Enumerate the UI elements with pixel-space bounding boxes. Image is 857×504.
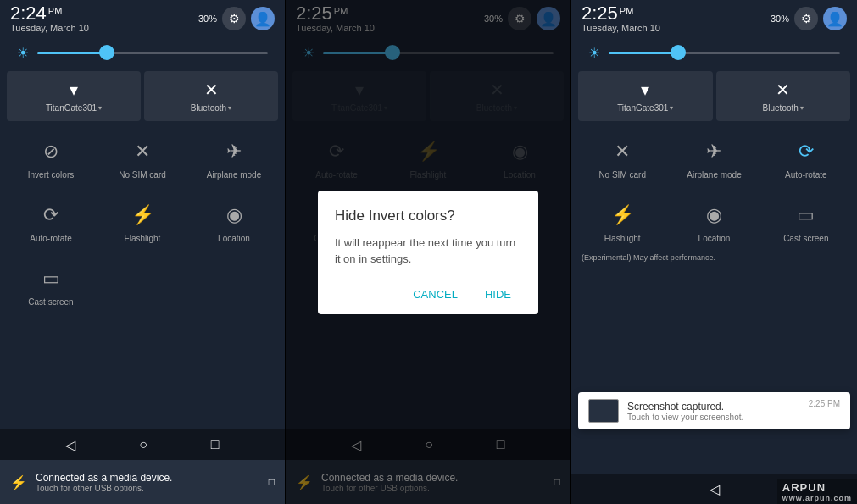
dialog-actions: CANCEL HIDE [335,281,521,307]
back-button-3[interactable]: ◁ [710,481,720,497]
bottom-nav-1: ◁ ○ □ [0,429,285,460]
dialog-overlay: Hide Invert colors? It will reappear the… [286,0,570,504]
brightness-icon-1: ☀ [17,45,29,61]
bt-label-3: Bluetooth ▾ [763,103,804,113]
airplane-icon: ✈ [219,136,249,167]
autorotate-icon-3: ⟳ [791,136,821,167]
brightness-icon-3: ☀ [588,45,600,61]
avatar-3[interactable]: 👤 [823,7,847,30]
dialog-cancel-button[interactable]: CANCEL [403,281,468,307]
time-block-1: 2:24PM Tuesday, March 10 [10,4,89,33]
date-3: Tuesday, March 10 [582,23,660,33]
date-1: Tuesday, March 10 [10,23,89,33]
bt-tile-3[interactable]: ✕ Bluetooth ▾ [716,71,851,121]
panel-1: 2:24PM Tuesday, March 10 30% ⚙ 👤 ☀ ▾ Tit… [0,0,286,504]
tile-flashlight-label-3: Flashlight [604,234,641,243]
flashlight-icon-3: ⚡ [607,200,637,230]
settings-button-1[interactable]: ⚙ [222,7,246,30]
bt-icon-1: ✕ [204,80,219,100]
status-bar-1: 2:24PM Tuesday, March 10 30% ⚙ 👤 [0,0,285,37]
tile-location-label-3: Location [698,234,731,243]
time-block-3: 2:25PM Tuesday, March 10 [582,4,660,33]
cast-icon-1: ▭ [36,263,66,294]
tile-flashlight-label-1: Flashlight [125,234,161,243]
recents-button-1[interactable]: □ [211,437,220,452]
settings-button-3[interactable]: ⚙ [794,7,818,30]
tile-autorotate-1[interactable]: ⟳ Auto-rotate [7,191,95,248]
tile-flashlight-3[interactable]: ⚡ Flashlight [578,191,666,248]
notification-bar-1[interactable]: ⚡ Connected as a media device. Touch for… [0,460,285,504]
dialog-hide-button[interactable]: HIDE [475,281,521,307]
tile-castscreen-1[interactable]: ▭ Cast screen [7,255,95,312]
battery-1: 30% [198,14,217,24]
tile-autorotate-3[interactable]: ⟳ Auto-rotate [762,128,850,185]
status-icons-1: 30% ⚙ 👤 [198,7,275,30]
tiles-row1-3: ✕ No SIM card ✈ Airplane mode ⟳ Auto-rot… [571,125,857,188]
bt-tile-1[interactable]: ✕ Bluetooth ▾ [144,71,278,121]
location-icon-3: ◉ [698,200,729,230]
wifi-icon-3: ▾ [641,80,649,100]
tile-cast-label-3: Cast screen [783,234,828,243]
tile-invert-label: Invert colors [28,170,74,180]
panel-3: 2:25PM Tuesday, March 10 30% ⚙ 👤 ☀ ▾ Tit… [571,0,857,504]
tiles-row2-3: ⚡ Flashlight ◉ Location ▭ Cast screen [571,188,857,252]
wifi-label-1: TitanGate301 ▾ [46,103,102,113]
brightness-slider-3[interactable] [609,52,840,54]
back-button-1[interactable]: ◁ [65,437,75,453]
tile-nosim-3[interactable]: ✕ No SIM card [578,128,666,185]
tile-airplane-3[interactable]: ✈ Airplane mode [670,128,758,185]
wifi-bt-row-1: ▾ TitanGate301 ▾ ✕ Bluetooth ▾ [0,68,285,125]
autorotate-icon-1: ⟳ [36,200,66,230]
tile-cast-label-1: Cast screen [28,297,73,307]
ampm-1: PM [48,6,63,16]
tile-airplane[interactable]: ✈ Airplane mode [190,128,278,185]
bt-label-1: Bluetooth ▾ [191,103,231,113]
status-icons-3: 30% ⚙ 👤 [771,7,847,30]
invert-icon: ⊘ [36,136,66,167]
avatar-1[interactable]: 👤 [251,7,275,30]
brightness-slider-1[interactable] [37,52,268,54]
wifi-tile-3[interactable]: ▾ TitanGate301 ▾ [578,71,713,121]
tile-invert-colors[interactable]: ⊘ Invert colors [7,128,95,185]
watermark-url: www.arpun.com [782,494,852,502]
notif-text-1: Connected as a media device. Touch for o… [36,472,260,493]
tiles-row3-1: ▭ Cast screen [0,252,285,315]
dialog-body: It will reappear the next time you turn … [335,235,521,268]
hide-invert-dialog: Hide Invert colors? It will reappear the… [318,191,538,314]
brightness-bar-1: ☀ [0,37,285,68]
tiles-row1-1: ⊘ Invert colors ✕ No SIM card ✈ Airplane… [0,125,285,188]
screen-icon-1: □ [269,476,275,488]
status-bar-3: 2:25PM Tuesday, March 10 30% ⚙ 👤 [571,0,857,37]
nosim-icon: ✕ [127,136,158,167]
usb-icon-1: ⚡ [10,474,27,490]
tile-airplane-label: Airplane mode [207,170,261,180]
experimental-text: (Experimental) May affect performance. [571,252,857,263]
tile-airplane-label-3: Airplane mode [687,170,741,180]
tile-location-3[interactable]: ◉ Location [670,191,758,248]
notif-sub-1: Touch for other USB options. [36,484,260,493]
toast-time: 2:25 PM [809,399,840,408]
tile-cast-3[interactable]: ▭ Cast screen [762,191,850,248]
notif-title-1: Connected as a media device. [36,472,260,484]
wifi-label-3: TitanGate301 ▾ [617,103,673,113]
tile-nosim-label: No SIM card [119,170,166,180]
cast-icon-3: ▭ [791,200,821,230]
wifi-bt-row-3: ▾ TitanGate301 ▾ ✕ Bluetooth ▾ [571,68,857,125]
toast-sub: Touch to view your screenshot. [627,413,800,422]
tile-autorotate-label-3: Auto-rotate [785,170,826,180]
home-button-1[interactable]: ○ [139,437,147,452]
ampm-3: PM [620,6,634,16]
bt-icon-3: ✕ [776,80,790,100]
tile-flashlight-1[interactable]: ⚡ Flashlight [98,191,186,248]
panel-2: 2:25PM Tuesday, March 10 30% ⚙ 👤 ☀ ▾ Tit… [286,0,571,504]
screenshot-thumb [588,399,619,423]
tile-location-1[interactable]: ◉ Location [190,191,278,248]
dialog-title: Hide Invert colors? [335,208,521,224]
tile-location-label-1: Location [218,234,250,243]
watermark: ARPUN www.arpun.com [777,479,857,504]
wifi-tile-1[interactable]: ▾ TitanGate301 ▾ [7,71,141,121]
tile-no-sim[interactable]: ✕ No SIM card [98,128,186,185]
screenshot-toast[interactable]: Screenshot captured. Touch to view your … [578,392,850,429]
time-3: 2:25 [582,3,618,24]
tile-autorotate-label-1: Auto-rotate [30,234,71,243]
